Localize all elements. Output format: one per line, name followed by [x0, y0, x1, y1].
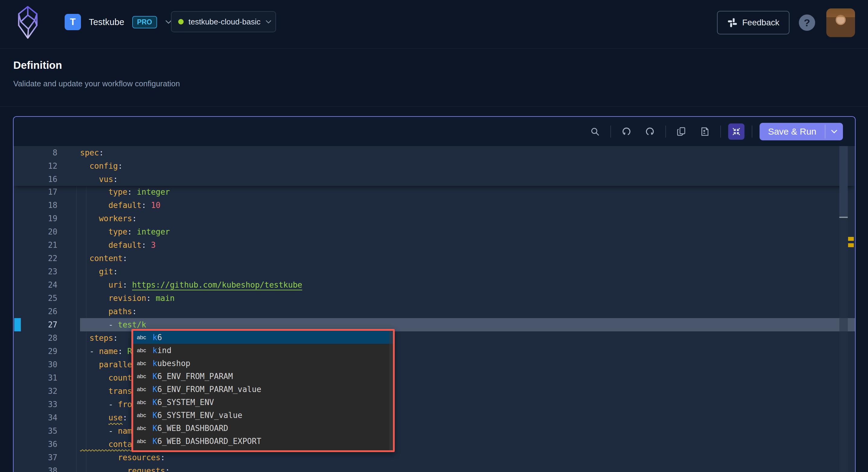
suggestion-label: k6	[153, 333, 162, 342]
suggestion-label: K6_ENV_FROM_PARAM	[153, 372, 233, 381]
dropdown-scrollbar[interactable]	[389, 331, 393, 450]
line-number: 12	[13, 159, 57, 173]
code-line[interactable]: 26 paths:	[13, 305, 855, 318]
suggestion-item[interactable]: abcK6_WEB_DASHBOARD	[133, 422, 393, 435]
editor-toolbar: Save & Run	[13, 117, 855, 146]
code-text: config:	[80, 159, 855, 173]
line-number: 29	[13, 345, 57, 358]
copy-icon[interactable]	[673, 124, 689, 140]
feedback-button[interactable]: Feedback	[717, 11, 789, 34]
current-line-gutter-marker	[14, 318, 21, 331]
code-text: uri: https://github.com/kubeshop/testkub…	[80, 278, 855, 292]
help-icon[interactable]: ?	[799, 14, 815, 31]
suggestion-item[interactable]: abcK6_ENV_FROM_PARAM_value	[133, 383, 393, 396]
line-number: 16	[13, 173, 57, 186]
redo-icon[interactable]	[642, 124, 658, 140]
word-kind-icon: abc	[137, 399, 153, 406]
line-number: 22	[13, 252, 57, 265]
suggestion-label: kind	[153, 346, 172, 355]
save-and-run-button[interactable]: Save & Run	[760, 123, 843, 140]
line-number: 32	[13, 384, 57, 398]
code-text: type: integer	[80, 225, 855, 238]
suggestion-label: K6_WEB_DASHBOARD	[153, 424, 228, 433]
suggestion-item[interactable]: abcK6_SYSTEM_ENV_value	[133, 409, 393, 422]
overview-ruler-warning-mark	[848, 243, 854, 247]
collapse-icon[interactable]	[728, 124, 744, 140]
env-status-icon	[178, 19, 184, 25]
autocomplete-annotation-box: abck6abckindabckubeshopabcK6_ENV_FROM_PA…	[131, 329, 395, 452]
word-kind-icon: abc	[137, 386, 153, 393]
word-kind-icon: abc	[137, 334, 153, 341]
line-number: 26	[13, 305, 57, 318]
code-line[interactable]: 8spec:	[13, 146, 855, 159]
editor-scrollbar-thumb[interactable]	[839, 146, 848, 217]
suggestion-label: K6_ENV_FROM_PARAM_value	[153, 385, 261, 394]
org-switcher[interactable]: T Testkube PRO	[65, 14, 172, 30]
suggestion-item[interactable]: abcK6_WEB_DASHBOARD_EXPORT	[133, 435, 393, 447]
code-line[interactable]: 37 resources:	[13, 451, 855, 464]
feedback-label: Feedback	[742, 18, 779, 28]
line-number: 8	[13, 146, 57, 159]
code-text: default: 3	[80, 238, 855, 252]
line-number: 33	[13, 398, 57, 411]
line-number: 18	[13, 199, 57, 212]
suggestion-item[interactable]: abckubeshop	[133, 357, 393, 370]
suggestion-label: kubeshop	[153, 359, 190, 368]
code-text: type: integer	[80, 185, 855, 199]
search-icon[interactable]	[587, 124, 603, 140]
code-text: requests:	[80, 464, 855, 472]
code-line[interactable]: 12 config:	[13, 159, 855, 173]
code-text: revision: main	[80, 292, 855, 305]
testkube-logo-icon[interactable]	[17, 5, 39, 40]
line-number: 25	[13, 292, 57, 305]
suggestion-label: K6_WEB_DASHBOARD_EXPORT	[153, 437, 261, 446]
environment-selector[interactable]: testkube-cloud-basic	[171, 11, 276, 32]
code-line[interactable]: 22 content:	[13, 252, 855, 265]
word-kind-icon: abc	[137, 425, 153, 432]
save-and-run-label: Save & Run	[760, 123, 825, 140]
overview-ruler-warning-mark	[848, 237, 854, 241]
code-text: content:	[80, 252, 855, 265]
suggestion-item[interactable]: abck6	[133, 331, 393, 344]
undo-icon[interactable]	[618, 124, 634, 140]
code-text: git:	[80, 265, 855, 278]
toolbar-divider	[720, 126, 721, 138]
suggestion-label: K6_SYSTEM_ENV_value	[153, 411, 242, 420]
code-line[interactable]: 25 revision: main	[13, 292, 855, 305]
code-line[interactable]: 17 type: integer	[13, 185, 855, 199]
code-line[interactable]: 19 workers:	[13, 212, 855, 225]
code-text: spec:	[80, 146, 855, 159]
slack-icon	[727, 18, 738, 28]
code-line[interactable]: 21 default: 3	[13, 238, 855, 252]
code-line[interactable]: 16 vus:	[13, 173, 855, 186]
code-line[interactable]: 18 default: 10	[13, 199, 855, 212]
app-header: T Testkube PRO testkube-cloud-basic Feed…	[0, 0, 868, 48]
line-number: 34	[13, 411, 57, 424]
toolbar-divider	[665, 126, 666, 138]
code-line[interactable]: 23 git:	[13, 265, 855, 278]
suggestion-item[interactable]: abcK6_SYSTEM_ENV	[133, 396, 393, 409]
chevron-down-icon	[265, 20, 272, 24]
page-subtitle: Validate and update your workflow config…	[13, 79, 180, 89]
code-line[interactable]: 38 requests:	[13, 464, 855, 472]
code-line[interactable]: 20 type: integer	[13, 225, 855, 238]
autocomplete-dropdown: abck6abckindabckubeshopabcK6_ENV_FROM_PA…	[133, 331, 393, 450]
line-number: 30	[13, 358, 57, 371]
suggestion-item[interactable]: abcK6_ENV_FROM_PARAM	[133, 370, 393, 383]
plan-badge: PRO	[132, 16, 157, 28]
line-number: 19	[13, 212, 57, 225]
org-name: Testkube	[89, 17, 124, 27]
line-number: 31	[13, 371, 57, 384]
suggestion-item[interactable]: abckind	[133, 344, 393, 357]
user-avatar[interactable]	[826, 8, 855, 37]
paste-document-icon[interactable]	[697, 124, 713, 140]
chevron-down-icon[interactable]	[826, 123, 843, 140]
line-number: 38	[13, 464, 57, 472]
org-avatar: T	[65, 14, 81, 30]
code-text: resources:	[80, 451, 855, 464]
line-number: 24	[13, 278, 57, 292]
line-number: 28	[13, 331, 57, 345]
code-line[interactable]: 24 uri: https://github.com/kubeshop/test…	[13, 278, 855, 292]
suggestion-label: K6_SYSTEM_ENV	[153, 398, 214, 407]
code-text: default: 10	[80, 199, 855, 212]
